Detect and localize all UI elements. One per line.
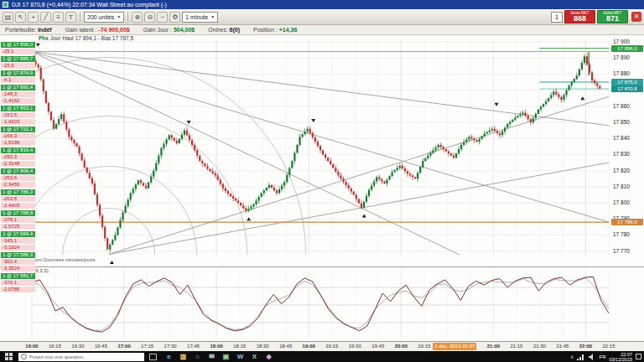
position-pnl: -250,3 bbox=[1, 154, 35, 161]
chart-overlays bbox=[0, 49, 609, 266]
position-pnl: -2,3148 bbox=[1, 161, 35, 168]
position-row[interactable]: 1 @ 17 816,4-250,3-2,3148 bbox=[1, 147, 35, 168]
indicator-icon[interactable]: ~ bbox=[157, 12, 168, 23]
time-axis-label: 20:00 bbox=[392, 344, 410, 349]
taskbar-clock[interactable]: 22:07 03/12/2015 bbox=[609, 352, 632, 362]
price-axis-label: 17 820 bbox=[613, 168, 630, 173]
day-gain: Gain Jour : 504,00$ bbox=[143, 27, 195, 33]
language-indicator[interactable]: FR bbox=[599, 354, 605, 359]
position-pnl: -1,5196 bbox=[1, 140, 35, 147]
time-axis-label: 17:15 bbox=[138, 344, 157, 349]
task-view-icon[interactable] bbox=[149, 354, 157, 360]
toolbar-separator bbox=[80, 12, 80, 23]
zoom-in-icon[interactable]: ⊕ bbox=[132, 12, 143, 23]
taskbar-app-excel[interactable]: X bbox=[249, 351, 260, 362]
position-pnl: -3,3524 bbox=[1, 266, 35, 272]
position-pnl: -278,1 bbox=[1, 217, 35, 224]
price-badge: 17 870,8 bbox=[611, 85, 643, 92]
taskbar-app-trading[interactable]: ◆ bbox=[263, 351, 274, 362]
chevron-down-icon: ▼ bbox=[117, 14, 121, 19]
taskbar-app-photos[interactable]: ▣ bbox=[221, 351, 231, 362]
time-axis-label: 19:00 bbox=[299, 344, 318, 349]
position-row[interactable]: 1 @ 17 722,1-166,3-1,5196 bbox=[1, 127, 35, 147]
time-axis-label: 20:15 bbox=[415, 344, 434, 349]
position-row[interactable]: 1 @ 17 886,7-15,9 bbox=[1, 56, 35, 70]
price-axis-label: 17 800 bbox=[613, 199, 630, 205]
price-badge: 17 788,0 bbox=[611, 219, 643, 225]
start-button[interactable] bbox=[0, 351, 17, 362]
notification-center-icon[interactable] bbox=[636, 354, 641, 359]
clock-date: 03/12/2015 bbox=[609, 357, 632, 362]
crosshair-icon[interactable]: + bbox=[28, 12, 39, 23]
cortana-search-input[interactable]: Posez-moi une question. bbox=[18, 353, 144, 361]
candlestick-chart[interactable]: 17 90017 89017 88017 87017 86017 85017 8… bbox=[0, 35, 644, 266]
price-axis-label: 17 890 bbox=[613, 54, 630, 60]
text-tool-icon[interactable]: T bbox=[65, 12, 76, 23]
position-pnl: -2,3456 bbox=[1, 182, 35, 189]
windows-logo-icon bbox=[5, 353, 13, 360]
position-entry-price: 1 @ 17 886,7 bbox=[1, 56, 35, 63]
time-axis-label: 17:45 bbox=[184, 344, 203, 349]
app-icon bbox=[3, 2, 8, 8]
timeframe-dropdown-value: 1 minute bbox=[185, 14, 208, 20]
time-axis-label: 21:15 bbox=[507, 344, 526, 349]
time-axis-label: 19:45 bbox=[369, 344, 387, 349]
buy-market-button[interactable]: Achat MKT 871 bbox=[597, 10, 628, 23]
system-tray: ∧ FR 22:07 03/12/2015 bbox=[570, 352, 644, 362]
cursor-icon[interactable]: ↖ bbox=[15, 12, 26, 23]
taskbar-app-edge[interactable]: e bbox=[164, 351, 174, 362]
stochastic-chart[interactable] bbox=[0, 267, 644, 342]
timeframe-dropdown[interactable]: 1 minute ▼ bbox=[182, 12, 218, 23]
network-icon[interactable] bbox=[577, 354, 585, 360]
toolbar-separator bbox=[127, 12, 128, 23]
quantity-input[interactable]: 1 bbox=[551, 12, 563, 23]
trendline-icon[interactable]: ╱ bbox=[40, 12, 51, 23]
position-row[interactable]: 1 @ 17 669,4-345,1-3,1924 bbox=[1, 231, 35, 251]
position-pnl: -3,1924 bbox=[1, 245, 35, 251]
chart-type-icon[interactable]: ▤ bbox=[3, 12, 13, 23]
position-size: Position : +14,36 bbox=[253, 27, 297, 33]
units-dropdown[interactable]: 200 unités ▼ bbox=[84, 12, 124, 23]
tray-chevron-icon[interactable]: ∧ bbox=[570, 354, 574, 359]
volume-icon[interactable] bbox=[589, 354, 595, 360]
position-row[interactable]: 1 @ 17 586,3-362,4-3,3524 bbox=[1, 252, 35, 272]
position-row[interactable]: 1 @ 17 896,0-25,1 bbox=[1, 42, 35, 55]
position-entry-price: 1 @ 17 896,0 bbox=[1, 42, 35, 49]
time-axis-label: 17:00 bbox=[115, 344, 133, 349]
close-icon[interactable]: ✕ bbox=[631, 12, 641, 22]
sell-price: 868 bbox=[574, 15, 586, 23]
taskbar-app-store[interactable]: ⌂ bbox=[192, 351, 203, 362]
fibonacci-icon[interactable]: ≡ bbox=[53, 12, 64, 23]
portfolio-info: Portefeuille: indéf bbox=[5, 27, 52, 33]
stochastic-panel[interactable]: Stochastique (9,3,3) bbox=[0, 266, 644, 342]
position-pnl: -1,4203 bbox=[1, 119, 35, 126]
time-axis-label: 21:00 bbox=[484, 344, 502, 349]
position-pnl: -2,0785 bbox=[1, 287, 35, 293]
time-axis-label: 19:30 bbox=[345, 344, 364, 349]
zoom-out-icon[interactable]: ⊖ bbox=[144, 12, 155, 23]
time-axis-label: 18:30 bbox=[253, 344, 272, 349]
time-axis-label: 16:00 bbox=[23, 344, 41, 349]
price-chart-panel[interactable]: Phx Jour Haut 17 894,1 - Bas 17 767,5 17… bbox=[0, 35, 644, 266]
position-row[interactable]: 1 @ 17 786,3-263,8-2,4403 bbox=[1, 189, 35, 209]
taskbar-app-explorer[interactable]: ▥ bbox=[178, 351, 189, 362]
order-entry-cluster: 1 Vente MKT 868 Achat MKT 871 ✕ bbox=[551, 10, 641, 23]
chart-symbol: Phx bbox=[39, 35, 49, 41]
sell-market-button[interactable]: Vente MKT 868 bbox=[564, 10, 595, 23]
position-pnl: -253,6 bbox=[1, 175, 35, 182]
time-axis-label: 18:00 bbox=[207, 344, 226, 349]
position-row[interactable]: 1 @ 17 860,4-148,3-1,4162 bbox=[1, 85, 35, 105]
position-row[interactable]: 1 @ 17 806,4-253,6-2,3456 bbox=[1, 168, 35, 189]
buy-price: 871 bbox=[606, 15, 619, 23]
settings-icon[interactable]: ⚙ bbox=[169, 12, 180, 23]
price-badge: 17 896,0 bbox=[611, 45, 643, 52]
time-marker-badge: 1 déc. 2015 20:37 bbox=[433, 343, 476, 350]
position-row[interactable]: 1 @ 17 581,7-370,1-2,0785 bbox=[1, 273, 35, 293]
taskbar-app-mail[interactable]: ✉ bbox=[206, 351, 217, 362]
chart-header: Phx Jour Haut 17 894,1 - Bas 17 767,5 bbox=[39, 35, 133, 41]
position-row[interactable]: 1 @ 17 874,9-4,1 bbox=[1, 70, 35, 84]
position-row[interactable]: 1 @ 17 853,1-153,5-1,4203 bbox=[1, 106, 35, 126]
taskbar-app-word[interactable]: W bbox=[235, 351, 246, 362]
time-axis-label: 18:45 bbox=[277, 344, 295, 349]
position-row[interactable]: 1 @ 17 768,8-278,1-2,5725 bbox=[1, 210, 35, 230]
